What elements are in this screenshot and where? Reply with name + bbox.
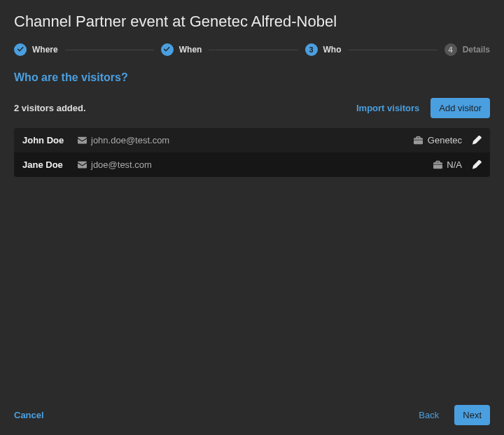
step-label: When xyxy=(179,45,202,55)
step-who[interactable]: 3 Who xyxy=(305,43,342,56)
visitors-toolbar: 2 visitors added. Import visitors Add vi… xyxy=(14,98,490,118)
step-where[interactable]: Where xyxy=(14,43,58,56)
envelope-icon xyxy=(77,136,87,145)
visitor-row[interactable]: Jane Doe jdoe@test.com N/A xyxy=(14,152,490,177)
step-divider xyxy=(65,50,154,50)
cancel-button[interactable]: Cancel xyxy=(14,410,44,420)
step-details[interactable]: 4 Details xyxy=(444,43,490,56)
footer: Cancel Back Next xyxy=(0,395,504,435)
envelope-icon xyxy=(77,160,87,170)
visitor-email: john.doe@test.com xyxy=(91,135,169,145)
page-title: Channel Partner event at Genetec Alfred-… xyxy=(14,13,490,31)
back-button[interactable]: Back xyxy=(410,405,447,425)
step-divider xyxy=(209,50,298,50)
visitor-name: Jane Doe xyxy=(22,159,77,170)
add-visitor-button[interactable]: Add visitor xyxy=(430,98,490,118)
step-when[interactable]: When xyxy=(161,43,202,56)
next-button[interactable]: Next xyxy=(454,405,490,425)
visitor-row[interactable]: John Doe john.doe@test.com Genetec xyxy=(14,128,490,152)
import-visitors-link[interactable]: Import visitors xyxy=(356,103,419,113)
visitor-list: John Doe john.doe@test.com Genetec Jane … xyxy=(14,128,490,177)
stepper: Where When 3 Who 4 Details xyxy=(14,43,490,56)
step-divider xyxy=(349,50,438,50)
visitor-count: 2 visitors added. xyxy=(14,103,86,113)
briefcase-icon xyxy=(414,136,424,145)
step-number: 3 xyxy=(305,43,318,56)
pencil-icon[interactable] xyxy=(472,160,482,170)
pencil-icon[interactable] xyxy=(472,136,482,145)
visitor-company: Genetec xyxy=(428,135,462,145)
briefcase-icon xyxy=(433,160,442,170)
step-label: Details xyxy=(463,45,490,55)
visitor-email: jdoe@test.com xyxy=(91,159,152,170)
check-icon xyxy=(161,43,174,56)
step-label: Where xyxy=(32,45,58,55)
check-icon xyxy=(14,43,27,56)
section-heading: Who are the visitors? xyxy=(14,71,490,84)
visitor-name: John Doe xyxy=(22,135,77,145)
visitor-company: N/A xyxy=(447,159,462,170)
step-label: Who xyxy=(323,45,342,55)
step-number: 4 xyxy=(444,43,457,56)
